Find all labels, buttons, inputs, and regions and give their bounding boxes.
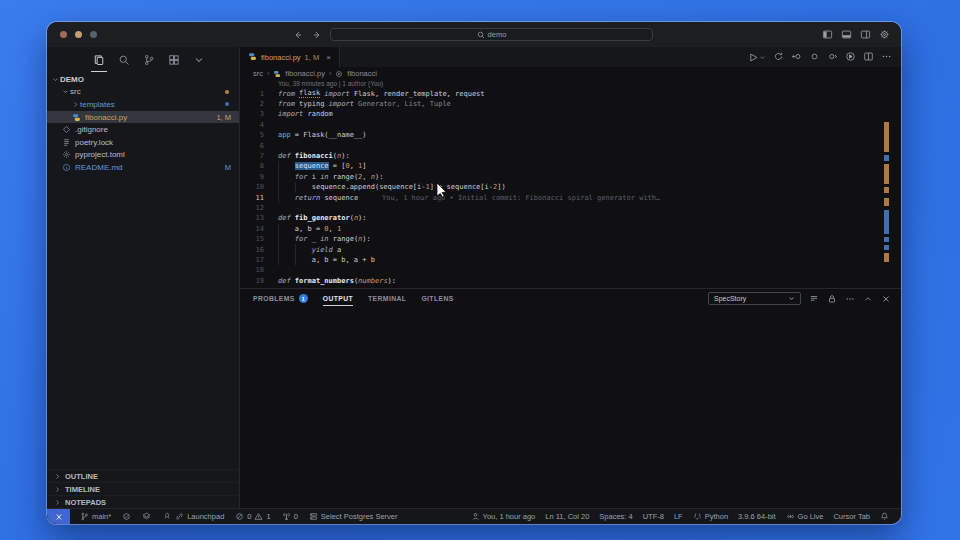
tree-item-src[interactable]: src — [47, 86, 239, 99]
tree-item-README.md[interactable]: README.mdM — [47, 161, 239, 174]
code-line-14[interactable]: 14 a, b = 0, 1 — [240, 224, 901, 234]
clear-output-icon[interactable] — [809, 294, 819, 304]
breadcrumb: src › fibonacci.py › fibonacci — [240, 67, 901, 80]
breadcrumb-file[interactable]: fibonacci.py — [285, 69, 325, 78]
panel-tab-problems[interactable]: PROBLEMS1 — [253, 289, 308, 308]
diagnostics-status[interactable]: 01 — [235, 512, 270, 521]
panel-tab-gitlens[interactable]: GITLENS — [421, 289, 453, 308]
status-spaces-4[interactable]: Spaces: 4 — [599, 512, 632, 521]
overview-mark — [884, 155, 889, 161]
status-python[interactable]: Python — [693, 512, 728, 521]
code-line-12[interactable]: 12 — [240, 203, 901, 213]
code-line-3[interactable]: 3import random — [240, 109, 901, 119]
code-line-16[interactable]: 16 yield a — [240, 244, 901, 254]
status-launchpad[interactable]: Launchpad — [162, 512, 224, 521]
tree-item-fibonacci.py[interactable]: fibonacci.py1, M — [47, 111, 239, 124]
tree-item-pyproject.toml[interactable]: pyproject.toml — [47, 149, 239, 162]
status-layers[interactable] — [142, 512, 151, 521]
status-ln-11-col-20[interactable]: Ln 11, Col 20 — [545, 512, 589, 521]
status-lf[interactable]: LF — [674, 512, 683, 521]
status-select-postgres-server[interactable]: Select Postgres Server — [309, 512, 398, 521]
status-cursor-tab[interactable]: Cursor Tab — [833, 512, 870, 521]
more-actions-icon[interactable] — [881, 48, 892, 66]
status-main-[interactable]: main* — [80, 512, 111, 521]
code-line-17[interactable]: 17 a, b = b, a + b — [240, 255, 901, 265]
run-python-icon[interactable] — [748, 52, 766, 63]
overview-mark — [884, 245, 889, 250]
code-line-9[interactable]: 9 for i in range(2, n): — [240, 172, 901, 182]
section-notepads[interactable]: NOTEPADS — [47, 495, 239, 508]
breadcrumb-separator: › — [267, 70, 269, 77]
section-outline[interactable]: OUTLINE — [47, 469, 239, 482]
code-line-2[interactable]: 2from typing import Generator, List, Tup… — [240, 99, 901, 109]
forward-icon[interactable] — [312, 26, 322, 44]
status-0[interactable]: 0 — [282, 512, 298, 521]
close-window-button[interactable] — [60, 31, 67, 38]
code-line-4[interactable]: 4 — [240, 120, 901, 130]
code-line-19[interactable]: 19def format_numbers(numbers): — [240, 276, 901, 286]
zoom-window-button[interactable] — [90, 31, 97, 38]
files-icon[interactable] — [93, 47, 105, 73]
chevron-down-icon[interactable] — [193, 47, 205, 73]
extensions-icon[interactable] — [168, 47, 180, 73]
overview-mark — [884, 237, 889, 242]
code-line-5[interactable]: 5app = Flask(__name__) — [240, 130, 901, 140]
source-control-icon[interactable] — [143, 47, 155, 73]
close-panel-icon[interactable] — [881, 294, 891, 304]
tree-item-poetry.lock[interactable]: poetry.lock — [47, 136, 239, 149]
output-panel-body[interactable] — [240, 308, 901, 508]
code-line-13[interactable]: 13def fib_generator(n): — [240, 213, 901, 223]
settings-gear-icon[interactable] — [879, 26, 890, 44]
search-icon[interactable] — [118, 47, 130, 73]
search-icon — [477, 31, 485, 39]
output-channel-select[interactable]: SpecStory — [708, 292, 801, 305]
code-line-10[interactable]: 10 sequence.append(sequence[i-1] + seque… — [240, 182, 901, 192]
app-window: demo DEMOsrctemplatesfibonacci.py1, M.gi… — [47, 22, 901, 524]
code-line-1[interactable]: 1from flask import Flask, render_templat… — [240, 89, 901, 99]
tree-item-templates[interactable]: templates — [47, 98, 239, 111]
code-line-8[interactable]: 8 sequence = [0, 1] — [240, 161, 901, 171]
code-line-11[interactable]: 11 return sequenceYou, 1 hour ago • Init… — [240, 192, 901, 202]
record-icon[interactable] — [809, 48, 820, 66]
toggle-sidebar-icon[interactable] — [822, 26, 833, 44]
code-line-6[interactable]: 6 — [240, 140, 901, 150]
code-line-7[interactable]: 7def fibonacci(n): — [240, 151, 901, 161]
lock-icon[interactable] — [827, 294, 837, 304]
debug-run-icon[interactable] — [845, 48, 856, 66]
line-number: 6 — [240, 142, 264, 150]
section-timeline[interactable]: TIMELINE — [47, 482, 239, 495]
status-3-9-6-64-bit[interactable]: 3.9.6 64-bit — [738, 512, 776, 521]
symbol-icon — [335, 70, 343, 78]
restart-icon[interactable] — [773, 48, 784, 66]
file-tree: DEMOsrctemplatesfibonacci.py1, M.gitigno… — [47, 73, 239, 174]
maximize-panel-icon[interactable] — [863, 294, 873, 304]
panel-tab-output[interactable]: OUTPUT — [323, 289, 353, 308]
more-icon[interactable] — [845, 294, 855, 304]
status-go-live[interactable]: Go Live — [786, 512, 824, 521]
tab-close-icon[interactable]: × — [326, 53, 331, 62]
status-sync[interactable] — [122, 512, 131, 521]
tree-root-demo[interactable]: DEMO — [47, 73, 239, 86]
code-line-15[interactable]: 15 for _ in range(n): — [240, 234, 901, 244]
split-editor-icon[interactable] — [863, 48, 874, 66]
status-utf-8[interactable]: UTF-8 — [643, 512, 664, 521]
toggle-panel-icon[interactable] — [841, 26, 852, 44]
step-back-icon[interactable] — [791, 48, 802, 66]
continue-icon[interactable] — [827, 48, 838, 66]
python-file-icon — [72, 113, 81, 122]
breadcrumb-src[interactable]: src — [253, 69, 263, 78]
panel-tab-terminal[interactable]: TERMINAL — [368, 289, 406, 308]
breadcrumb-symbol[interactable]: fibonacci — [347, 69, 377, 78]
command-center-search[interactable]: demo — [330, 28, 653, 41]
tree-item-.gitignore[interactable]: .gitignore — [47, 123, 239, 136]
code-line-18[interactable]: 18 — [240, 265, 901, 275]
remote-indicator[interactable] — [47, 509, 70, 524]
status-you-1-hour-ago[interactable]: You, 1 hour ago — [471, 512, 536, 521]
code-editor[interactable]: You, 38 minutes ago | 1 author (You) 1fr… — [240, 80, 901, 288]
tab-fibonacci[interactable]: fibonacci.py 1, M × — [240, 47, 340, 67]
codelens-annotation[interactable]: You, 38 minutes ago | 1 author (You) — [278, 80, 901, 89]
minimize-window-button[interactable] — [75, 31, 82, 38]
back-icon[interactable] — [293, 26, 303, 44]
status-bell[interactable] — [880, 512, 889, 521]
toggle-secondary-sidebar-icon[interactable] — [860, 26, 871, 44]
